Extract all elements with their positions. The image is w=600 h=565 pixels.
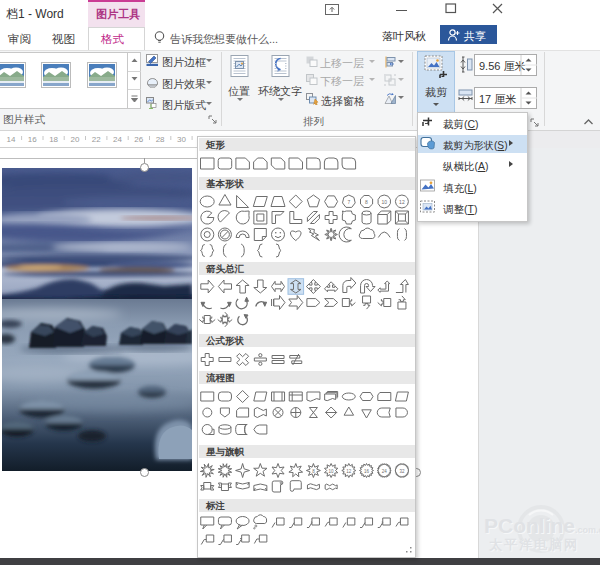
svg-text:24: 24: [382, 469, 388, 474]
svg-text:14: 14: [7, 135, 16, 144]
svg-text:22: 22: [92, 135, 101, 144]
svg-text:20: 20: [70, 135, 79, 144]
svg-text:12: 12: [346, 469, 352, 474]
svg-text:10: 10: [381, 199, 387, 205]
svg-text:标注: 标注: [205, 500, 226, 511]
svg-text:公式形状: 公式形状: [205, 335, 245, 346]
svg-text:12: 12: [399, 199, 405, 205]
svg-text:18: 18: [49, 135, 58, 144]
svg-text:32: 32: [399, 469, 405, 474]
svg-text:8: 8: [365, 199, 368, 205]
svg-text:26: 26: [134, 135, 143, 144]
svg-text:箭头总汇: 箭头总汇: [205, 263, 245, 274]
svg-text:8: 8: [312, 469, 315, 474]
svg-text:矩形: 矩形: [205, 139, 226, 150]
svg-text:流程图: 流程图: [206, 372, 235, 383]
svg-text:30: 30: [177, 135, 186, 144]
svg-text:星与旗帜: 星与旗帜: [205, 446, 245, 457]
svg-text:24: 24: [113, 135, 122, 144]
svg-text:7: 7: [347, 199, 350, 205]
svg-text:16: 16: [28, 135, 37, 144]
svg-text:基本形状: 基本形状: [206, 178, 245, 189]
svg-text:16: 16: [364, 469, 370, 474]
svg-text:28: 28: [156, 135, 165, 144]
svg-text:10: 10: [329, 469, 335, 474]
